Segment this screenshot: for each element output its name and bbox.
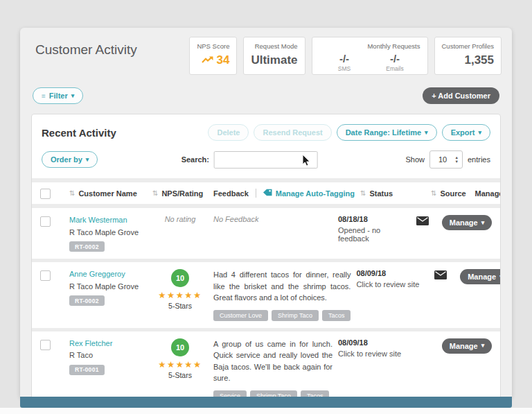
feedback-text: Had 4 different tacos for dinner, really… [213,269,351,304]
entries-select-value: 10 [438,155,447,164]
monthly-emails-label: Emails [370,65,420,72]
card-header: Customer Activity NPS Score 34 Request M… [20,28,512,80]
table-header-row: ⇅ Customer Name ⇅ NPS/Rating Feedback [32,182,500,204]
stat-profiles-label: Customer Profiles [442,42,495,50]
stepper-arrows-icon: ▲▼ [455,155,459,164]
customer-name-link[interactable]: Rex Fletcher [69,338,147,349]
rating-cell: 10 ★★★★★ 5-Stars [152,338,208,379]
show-label: Show [405,155,425,164]
add-customer-label: + Add Customer [432,92,490,100]
caret-down-icon: ▾ [499,274,501,280]
star-icon: ★ [158,291,167,300]
footer-bar [20,397,512,408]
star-icon: ★ [158,360,167,370]
tag-list: Customer Love Shrimp Taco Tacos [213,310,351,321]
select-all-checkbox[interactable] [40,189,51,199]
caret-down-icon: ▾ [481,343,485,349]
row-checkbox[interactable] [40,270,51,281]
order-by-label: Order by [51,155,82,164]
caret-down-icon: ▾ [425,130,428,136]
sort-icon: ⇅ [431,189,436,197]
filter-button[interactable]: ≡ Filter ▾ [33,87,83,104]
caret-down-icon: ▾ [481,220,485,226]
monthly-split: -/- SMS -/- Emails [319,53,420,72]
customer-cell: Mark Westerman R Taco Maple Grove RT-000… [69,215,147,252]
envelope-icon [434,270,447,281]
status-text[interactable]: Click to review site [338,350,403,358]
header-status[interactable]: ⇅ Status [360,189,425,198]
feedback-cell: Had 4 different tacos for dinner, really… [213,269,351,321]
add-customer-button[interactable]: + Add Customer [423,87,499,104]
status-date: 08/09/18 [356,269,421,277]
page-background: Customer Activity NPS Score 34 Request M… [0,0,532,408]
panel-actions: Delete Resend Request Date Range: Lifeti… [208,124,490,141]
date-range-label: Date Range: Lifetime [346,128,421,137]
manage-button[interactable]: Manage ▾ [442,338,493,354]
star-icon: ★ [176,291,185,300]
activity-table: ⇅ Customer Name ⇅ NPS/Rating Feedback [32,178,500,408]
no-feedback-text: No Feedback [213,213,258,223]
customer-code-badge: RT-0002 [69,241,105,252]
search-label: Search: [181,155,209,164]
caret-down-icon: ▾ [478,130,481,136]
toolbar: ≡ Filter ▾ + Add Customer [20,80,512,114]
star-icon: ★ [176,360,185,370]
recent-activity-panel: Recent Activity Delete Resend Request Da… [31,114,501,408]
stat-request-mode: Request Mode Ultimate [243,37,305,75]
envelope-icon [416,216,429,227]
feedback-cell: No Feedback [213,215,332,223]
caret-down-icon: ▾ [71,93,75,99]
manage-cell: Manage ▾ [442,215,492,230]
nps-score-badge: 10 [171,338,189,356]
stat-monthly-label: Monthly Requests [319,42,420,50]
manage-auto-tagging-link[interactable]: Manage Auto-Tagging [263,189,355,198]
header-customer-name[interactable]: ⇅ Customer Name [69,189,147,198]
nps-score-badge: 10 [171,269,189,287]
header-divider [256,189,256,198]
row-checkbox[interactable] [40,340,51,350]
panel-title: Recent Activity [42,127,116,139]
sort-icon: ⇅ [360,189,366,197]
source-cell [427,269,454,281]
search-group: Search: [181,151,318,169]
manage-button[interactable]: Manage ▾ [460,269,501,284]
header-nps-rating[interactable]: ⇅ NPS/Rating [152,189,208,198]
status-text[interactable]: Click to review site [356,280,421,288]
sort-icon: ⇅ [152,189,158,197]
delete-button[interactable]: Delete [208,124,249,141]
header-source[interactable]: ⇅ Source [431,189,459,198]
show-entries-group: Show 10 ▲▼ entries [405,150,490,169]
star-icon: ★ [193,360,202,370]
stat-monthly-requests: Monthly Requests -/- SMS -/- Emails [312,37,428,75]
row-checkbox[interactable] [40,216,51,227]
stars-label: 5-Stars [152,371,208,379]
manage-button[interactable]: Manage ▾ [442,215,493,230]
stat-nps-score: NPS Score 34 [189,37,237,75]
mouse-cursor-icon [302,154,311,169]
order-by-button[interactable]: Order by ▾ [42,151,98,168]
feedback-tag[interactable]: Shrimp Taco [272,310,319,321]
resend-request-button[interactable]: Resend Request [254,124,331,141]
export-button[interactable]: Export ▾ [442,124,490,141]
rating-cell: No rating [152,215,208,223]
stat-customer-profiles: Customer Profiles 1,355 [434,37,502,75]
star-rating: ★★★★★ [152,290,208,300]
star-rating: ★★★★★ [152,359,208,370]
date-range-button[interactable]: Date Range: Lifetime ▾ [337,124,437,141]
rating-cell: 10 ★★★★★ 5-Stars [152,269,208,310]
status-date: 08/18/18 [338,215,403,223]
feedback-tag[interactable]: Tacos [322,310,351,321]
stat-nps-label: NPS Score [197,42,229,50]
entries-select[interactable]: 10 ▲▼ [429,150,463,169]
source-cell [409,338,436,340]
star-icon: ★ [167,360,176,370]
header-feedback: Feedback Manage Auto-Tagging [213,189,355,198]
feedback-cell: A group of us came in for lunch. Quick s… [213,338,332,402]
stat-request-mode-value: Ultimate [251,53,297,67]
customer-name-link[interactable]: Anne Greggeroy [69,269,147,279]
customer-name-link[interactable]: Mark Westerman [69,215,147,225]
feedback-tag[interactable]: Customer Love [213,310,268,321]
stat-profiles-value: 1,355 [442,53,495,67]
status-date: 08/09/18 [338,338,403,347]
no-rating-text: No rating [165,213,196,223]
